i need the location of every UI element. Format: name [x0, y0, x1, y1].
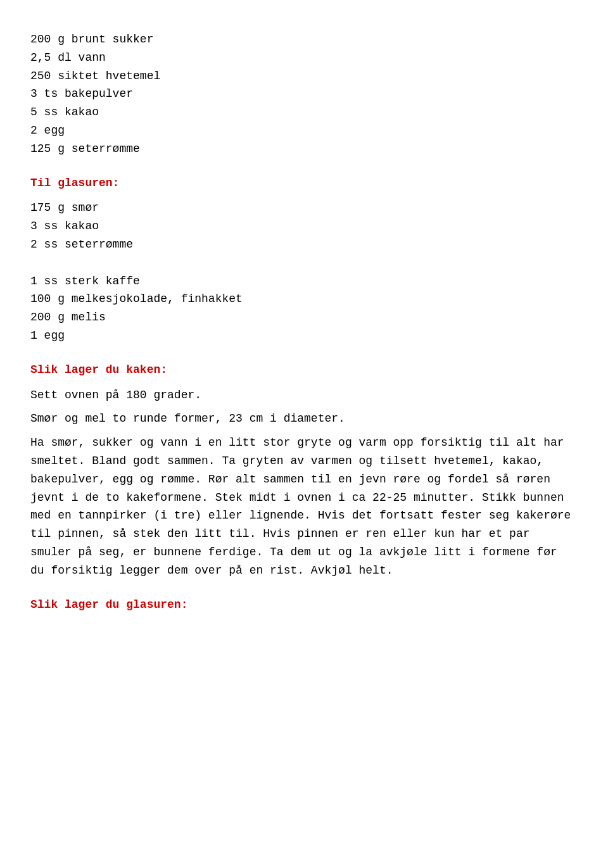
glasuren-heading: Til glasuren:	[30, 174, 578, 192]
ingredient-2: 2,5 dl vann	[30, 49, 578, 67]
ingredient-3: 250 siktet hvetemel	[30, 67, 578, 85]
glasuren-ingredients-block: 175 g smør 3 ss kakao 2 ss seterrømme 1 …	[30, 199, 578, 344]
instruction-2: Smør og mel to runde former, 23 cm i dia…	[30, 410, 578, 428]
glasuren-ingredient-spacer	[30, 254, 578, 272]
glasuren-ingredient-4: 1 ss sterk kaffe	[30, 272, 578, 291]
main-ingredients-block: 200 g brunt sukker 2,5 dl vann 250 sikte…	[30, 30, 578, 158]
glasuren-instructions-heading: Slik lager du glasuren:	[30, 596, 578, 614]
ingredient-5: 5 ss kakao	[30, 103, 578, 122]
ingredient-4: 3 ts bakepulver	[30, 85, 578, 103]
glasuren-ingredient-2: 3 ss kakao	[30, 217, 578, 236]
glasuren-ingredient-7: 1 egg	[30, 327, 578, 345]
ingredient-1: 200 g brunt sukker	[30, 30, 578, 49]
instruction-3: Ha smør, sukker og vann i en litt stor g…	[30, 434, 578, 579]
glasuren-ingredient-5: 100 g melkesjokolade, finhakket	[30, 290, 578, 308]
glasuren-ingredient-1: 175 g smør	[30, 199, 578, 217]
kaken-instructions: Sett ovnen på 180 grader. Smør og mel to…	[30, 386, 578, 580]
glasuren-ingredient-3: 2 ss seterrømme	[30, 236, 578, 254]
instruction-1: Sett ovnen på 180 grader.	[30, 386, 578, 405]
glasuren-ingredient-6: 200 g melis	[30, 308, 578, 327]
ingredient-7: 125 g seterrømme	[30, 140, 578, 158]
kaken-heading: Slik lager du kaken:	[30, 361, 578, 379]
recipe-content: 200 g brunt sukker 2,5 dl vann 250 sikte…	[30, 30, 578, 613]
ingredient-6: 2 egg	[30, 122, 578, 140]
